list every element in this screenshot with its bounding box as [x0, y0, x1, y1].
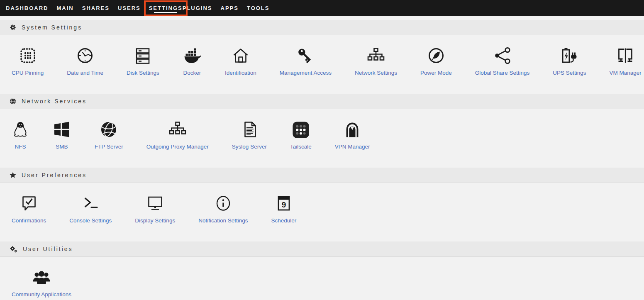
section-header-system-settings: System Settings: [0, 20, 644, 35]
section-header-network-services: Network Services: [0, 94, 644, 109]
tile-ftp-server[interactable]: FTP Server: [83, 120, 135, 150]
tile-power-mode[interactable]: Power Mode: [409, 46, 463, 76]
tile-label: Date and Time: [67, 70, 103, 76]
tile-outgoing-proxy-manager[interactable]: Outgoing Proxy Manager: [135, 120, 220, 150]
tile-scheduler[interactable]: 9 Scheduler: [259, 193, 308, 224]
tile-vm-manager[interactable]: VM Manager: [598, 46, 644, 76]
tile-nfs[interactable]: NFS: [0, 120, 41, 150]
tile-label: Outgoing Proxy Manager: [146, 144, 209, 150]
tile-label: FTP Server: [95, 144, 123, 150]
user-utilities-items: Community Applications: [0, 257, 644, 298]
tile-identification[interactable]: Identification: [213, 46, 268, 76]
log-file-icon: [240, 120, 259, 139]
tile-label: Display Settings: [135, 217, 175, 224]
tile-console-settings[interactable]: Console Settings: [58, 193, 123, 224]
tile-label: Disk Settings: [127, 70, 159, 76]
clock-icon: [76, 46, 95, 65]
tile-label: Network Settings: [355, 70, 397, 76]
battery-plug-icon: [560, 46, 579, 65]
tile-label: Console Settings: [69, 217, 112, 224]
section-title: User Utilities: [23, 246, 73, 252]
users-group-icon: [32, 267, 51, 287]
tile-label: Identification: [225, 70, 256, 76]
tile-date-and-time[interactable]: Date and Time: [55, 46, 115, 76]
monitor-icon: [146, 193, 165, 213]
tile-disk-settings[interactable]: Disk Settings: [115, 46, 171, 76]
globe-sphere-icon: [99, 120, 118, 139]
section-title: User Preferences: [22, 172, 87, 178]
nav-apps[interactable]: APPS: [221, 5, 239, 11]
tile-confirmations[interactable]: Confirmations: [0, 193, 58, 224]
nav-users[interactable]: USERS: [118, 5, 141, 11]
docker-whale-icon: [183, 46, 202, 65]
nav-tools[interactable]: TOOLS: [247, 5, 270, 11]
tile-label: Community Applications: [12, 291, 71, 298]
tile-smb[interactable]: SMB: [41, 120, 83, 150]
system-settings-items: CPU Pinning Date and Time: [0, 35, 644, 76]
comment-check-icon: [20, 193, 39, 213]
section-title: Network Services: [22, 98, 87, 105]
info-circle-icon: [214, 193, 233, 213]
nav-shares[interactable]: SHARES: [82, 5, 110, 11]
section-header-user-utilities: User Utilities: [0, 241, 644, 257]
globe-icon: [10, 98, 16, 105]
tile-global-share-settings[interactable]: Global Share Settings: [463, 46, 541, 76]
calendar-icon: 9: [274, 193, 293, 213]
disk-stack-icon: [133, 46, 152, 65]
nav-settings-active[interactable]: SETTINGS: [149, 5, 183, 12]
terminal-icon: [81, 193, 100, 213]
tile-syslog-server[interactable]: Syslog Server: [220, 120, 278, 150]
tile-tailscale[interactable]: Tailscale: [278, 120, 323, 150]
tile-community-applications[interactable]: Community Applications: [0, 267, 83, 298]
section-header-user-preferences: User Preferences: [0, 168, 644, 183]
tile-label: Tailscale: [290, 144, 312, 150]
tile-label: Notification Settings: [198, 217, 248, 224]
tile-notification-settings[interactable]: Notification Settings: [187, 193, 259, 224]
tile-network-settings[interactable]: Network Settings: [343, 46, 409, 76]
tile-management-access[interactable]: Management Access: [268, 46, 343, 76]
top-navbar: DASHBOARD MAIN SHARES USERS SETTINGS PLU…: [0, 0, 644, 16]
tile-vpn-manager[interactable]: VPN Manager: [323, 120, 382, 150]
vm-brackets-icon: [616, 46, 635, 65]
tile-label: Scheduler: [271, 217, 296, 224]
tile-label: Global Share Settings: [475, 70, 529, 76]
sitemap-icon: [168, 120, 187, 139]
tile-label: Docker: [183, 70, 201, 76]
section-title: System Settings: [22, 24, 82, 31]
tile-label: NFS: [15, 144, 26, 150]
tile-label: SMB: [56, 144, 68, 150]
sitemap-icon: [366, 46, 385, 65]
tile-label: CPU Pinning: [12, 70, 44, 76]
settings-page: System Settings CPU Pinning: [0, 16, 644, 300]
tile-label: Syslog Server: [232, 144, 267, 150]
tile-cpu-pinning[interactable]: CPU Pinning: [0, 46, 55, 76]
house-icon: [231, 46, 250, 65]
section-system-settings: System Settings CPU Pinning: [0, 20, 644, 94]
tile-label: Power Mode: [420, 70, 452, 76]
nav-dashboard[interactable]: DASHBOARD: [6, 5, 49, 11]
calendar-digit: 9: [282, 200, 286, 209]
section-network-services: Network Services NFS: [0, 94, 644, 168]
settings-highlight-annotation: SETTINGS: [144, 0, 188, 16]
tile-label: Management Access: [280, 70, 332, 76]
tile-display-settings[interactable]: Display Settings: [123, 193, 187, 224]
windows-logo-icon: [52, 120, 71, 139]
tile-label: UPS Settings: [553, 70, 586, 76]
leaf-circle-icon: [427, 46, 446, 65]
section-user-utilities: User Utilities Community Applications: [0, 241, 644, 300]
section-user-preferences: User Preferences Confirmations: [0, 168, 644, 241]
tile-label: Confirmations: [12, 217, 46, 224]
tile-label: VPN Manager: [335, 144, 370, 150]
tile-ups-settings[interactable]: UPS Settings: [541, 46, 598, 76]
tux-penguin-icon: [12, 120, 29, 139]
nav-main[interactable]: MAIN: [57, 5, 74, 11]
tile-label: VM Manager: [610, 70, 642, 76]
share-nodes-icon: [493, 46, 512, 65]
active-tab-underline: [154, 12, 177, 13]
cpu-pinning-icon: [18, 46, 37, 65]
wireguard-arch-icon: [343, 120, 362, 139]
key-icon: [296, 46, 315, 65]
tile-docker[interactable]: Docker: [171, 46, 213, 76]
gear-icon: [10, 24, 16, 31]
star-icon: [10, 172, 16, 178]
